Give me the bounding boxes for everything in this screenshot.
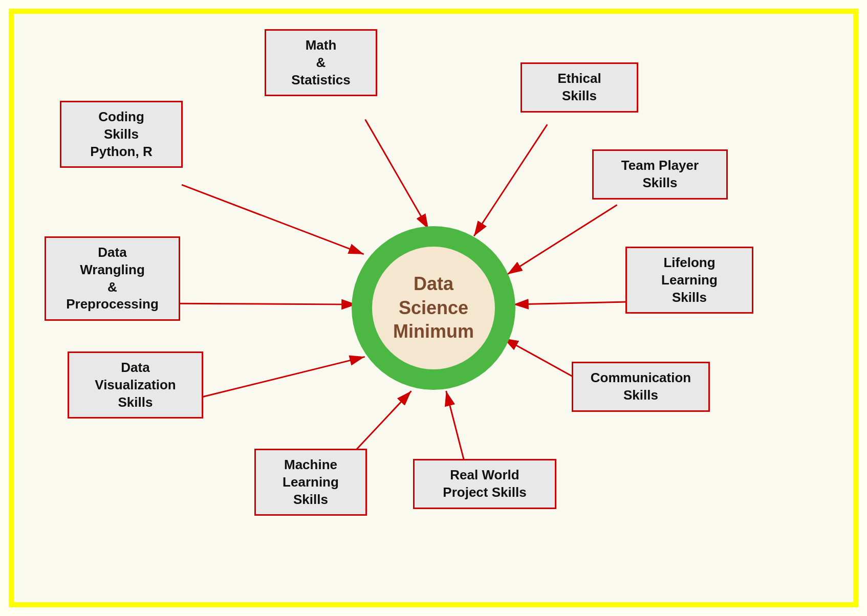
skill-label-machinelearning: MachineLearningSkills (283, 457, 339, 507)
center-circle: DataScienceMinimum (352, 226, 515, 390)
svg-line-10 (182, 185, 364, 254)
svg-line-9 (180, 303, 357, 304)
center-inner: DataScienceMinimum (372, 247, 495, 369)
skill-box-ethical: EthicalSkills (521, 62, 638, 113)
skill-box-wrangling: DataWrangling&Preprocessing (45, 236, 180, 321)
center-text: DataScienceMinimum (393, 272, 474, 344)
skill-box-team: Team PlayerSkills (592, 149, 728, 200)
skill-label-wrangling: DataWrangling&Preprocessing (66, 245, 159, 312)
skill-label-math: Math&Statistics (291, 37, 351, 87)
skill-box-lifelong: LifelongLearningSkills (625, 247, 753, 314)
skill-label-communication: CommunicationSkills (591, 370, 691, 403)
skill-box-math: Math&Statistics (265, 29, 377, 96)
skill-label-team: Team PlayerSkills (621, 158, 699, 190)
skill-box-realworld: Real WorldProject Skills (413, 459, 556, 509)
skill-label-coding: CodingSkillsPython, R (90, 109, 152, 159)
skill-label-ethical: EthicalSkills (557, 71, 601, 103)
skill-box-coding: CodingSkillsPython, R (60, 101, 183, 168)
svg-line-1 (365, 119, 428, 229)
svg-line-2 (474, 124, 547, 236)
skill-label-realworld: Real WorldProject Skills (443, 467, 526, 500)
svg-line-8 (202, 357, 365, 397)
skill-box-machinelearning: MachineLearningSkills (254, 449, 367, 516)
outer-border: DataScienceMinimum Math&Statistics Ethic… (9, 9, 858, 607)
diagram-container: DataScienceMinimum Math&Statistics Ethic… (14, 14, 853, 602)
skill-box-communication: CommunicationSkills (572, 362, 710, 412)
svg-line-3 (507, 205, 617, 275)
skill-box-datavis: DataVisualizationSkills (68, 351, 203, 419)
skill-label-datavis: DataVisualizationSkills (95, 360, 176, 410)
skill-label-lifelong: LifelongLearningSkills (661, 255, 718, 305)
